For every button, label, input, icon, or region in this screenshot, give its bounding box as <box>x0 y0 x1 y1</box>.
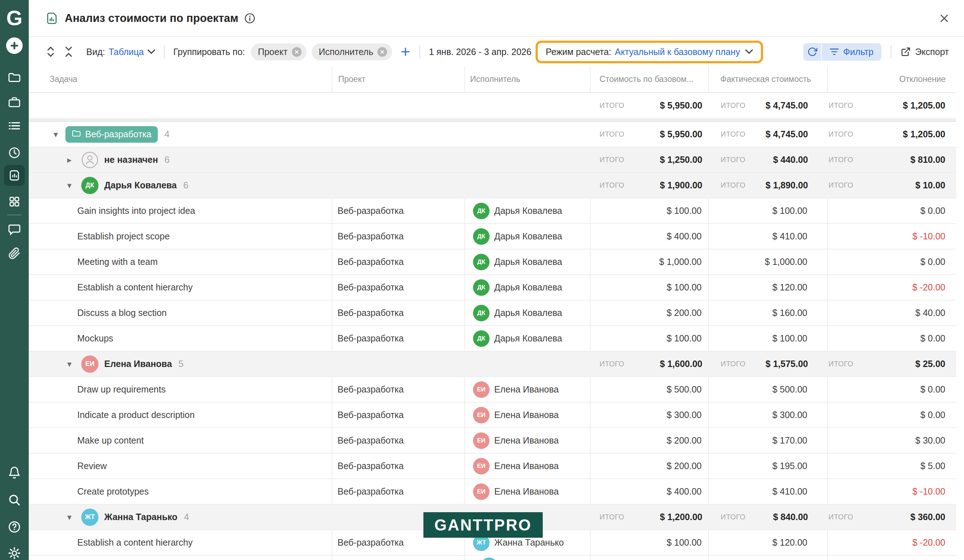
calc-mode-label: Режим расчета: <box>546 47 611 57</box>
table-body: ИТОГО$ 5,950.00ИТОГО$ 4,745.00ИТОГО$ 1,2… <box>29 93 956 560</box>
project-group-row[interactable]: ▾Веб-разработка4ИТОГО$ 5,950.00ИТОГО$ 4,… <box>29 122 956 147</box>
money-value: $ 160.00 <box>709 308 827 318</box>
dev-cell: ИТОГО$ 25.00 <box>828 352 956 376</box>
report-chart-icon <box>8 169 21 182</box>
caret-right-icon[interactable]: ▸ <box>65 156 74 164</box>
info-icon[interactable] <box>244 13 256 24</box>
calc-mode-dropdown[interactable]: Режим расчета: Актуальный к базовому пла… <box>536 41 763 63</box>
dev-cell: $ -20.00 <box>828 530 956 555</box>
task-row[interactable]: Indicate a product descriptionВеб-разраб… <box>29 402 956 428</box>
notifications-bell-icon[interactable] <box>0 466 29 480</box>
dev-cell: $ 5.00 <box>828 454 956 479</box>
column-header-baseline-cost[interactable]: Стоимость по базовом... <box>591 67 709 92</box>
project-name: Веб-разработка <box>337 257 404 267</box>
close-icon[interactable] <box>939 13 949 24</box>
avatar: ДК <box>473 228 490 245</box>
plus-icon <box>6 37 23 54</box>
task-row[interactable]: Create prototypesВеб-разработкаЕИЕлена И… <box>29 479 956 505</box>
actual-cell: $ 300.00 <box>709 402 828 427</box>
money-value: $ 1,000.00 <box>591 257 708 267</box>
portfolio-icon[interactable] <box>0 96 29 109</box>
add-grouping-icon[interactable] <box>400 46 411 57</box>
actual-cell: $ 1,000.00 <box>709 249 828 274</box>
time-log-icon[interactable] <box>0 147 29 159</box>
assignee-group-row[interactable]: ▸не назначен6ИТОГО$ 1,250.00ИТОГО$ 440.0… <box>29 147 956 173</box>
report-doc-icon <box>45 11 58 25</box>
add-button[interactable] <box>0 37 29 54</box>
expand-all-icon[interactable] <box>45 46 56 57</box>
column-header-assignee[interactable]: Исполнитель <box>465 67 591 92</box>
apps-grid-icon[interactable] <box>0 195 29 208</box>
base-cell: $ 200.00 <box>591 428 709 453</box>
column-header-task[interactable]: Задача <box>29 67 332 92</box>
base-cell: $ 300.00 <box>591 402 709 427</box>
dev-cell: $ 40.00 <box>828 301 956 325</box>
task-name: Meeting with a team <box>77 257 158 267</box>
collapse-all-icon[interactable] <box>63 46 74 57</box>
chip-assignee[interactable]: Исполнитель <box>312 44 392 60</box>
project-pill[interactable]: Веб-разработка <box>65 126 158 143</box>
money-value: $ 410.00 <box>709 486 827 497</box>
column-header-deviation[interactable]: Отклонение <box>828 67 956 92</box>
chevron-down-icon <box>745 49 753 54</box>
total-label: ИТОГО <box>599 156 624 164</box>
column-header-project[interactable]: Проект <box>332 67 465 92</box>
caret-down-icon[interactable]: ▾ <box>65 360 74 368</box>
remove-chip-icon[interactable] <box>292 47 301 57</box>
help-icon[interactable] <box>0 521 29 533</box>
project-name: Веб-разработка <box>337 384 404 395</box>
avatar <box>481 557 497 560</box>
remove-chip-icon[interactable] <box>378 47 387 57</box>
totals-separator <box>29 118 956 122</box>
ganttpro-logo[interactable]: G <box>0 8 29 28</box>
money-value: $ 1,000.00 <box>709 257 827 267</box>
total-label: ИТОГО <box>599 513 624 521</box>
actual-cell: ИТОГО$ 1,890.00 <box>709 173 828 198</box>
base-cell: ИТОГО$ 5,950.00 <box>591 122 709 147</box>
view-dropdown[interactable]: Вид: Таблица <box>86 47 155 57</box>
projects-folder-icon[interactable] <box>0 72 29 84</box>
task-row[interactable]: Draw up requirementsВеб-разработкаЕИЕлен… <box>29 377 956 402</box>
search-icon[interactable] <box>0 493 29 506</box>
export-button[interactable]: Экспорт <box>901 47 949 57</box>
task-row[interactable]: Gain insights into project ideaВеб-разра… <box>29 199 956 224</box>
assignee-group-row[interactable]: ▾ЕИЕлена Иванова5ИТОГО$ 1,600.00ИТОГО$ 1… <box>29 352 956 377</box>
reports-active-item[interactable] <box>0 165 29 186</box>
comments-icon[interactable] <box>0 224 29 235</box>
base-cell: $ 100.00 <box>591 275 709 300</box>
caret-down-icon[interactable]: ▾ <box>65 181 74 190</box>
chip-project[interactable]: Проект <box>251 44 306 60</box>
caret-down-icon[interactable]: ▾ <box>65 513 74 521</box>
cost-table: Задача Проект Исполнитель Стоимость по б… <box>29 67 956 560</box>
avatar: ЕИ <box>473 432 490 449</box>
total-label: ИТОГО <box>721 360 746 368</box>
settings-gear-icon[interactable] <box>0 547 29 560</box>
base-cell: ИТОГО$ 1,250.00 <box>591 147 709 172</box>
dev-cell: ИТОГО$ 1,205.00 <box>828 93 956 118</box>
task-list-icon[interactable] <box>0 120 29 131</box>
sidebar-divider <box>7 215 21 215</box>
task-row[interactable]: MockupsВеб-разработкаДКДарья Ковалева$ 1… <box>29 326 956 352</box>
column-header-actual-cost[interactable]: Фактическая стоимость <box>709 67 828 92</box>
task-row[interactable]: Discuss a blog sectionВеб-разработкаДКДа… <box>29 301 956 326</box>
task-row[interactable]: Establish project scopeВеб-разработкаДКД… <box>29 224 956 249</box>
attachments-icon[interactable] <box>0 247 29 259</box>
task-row[interactable]: Establish a content hierarchyВеб-разрабо… <box>29 275 956 301</box>
task-row[interactable]: ReviewВеб-разработкаЕИЕлена Иванова$ 200… <box>29 454 956 479</box>
task-row[interactable]: Make up contentВеб-разработкаЕИЕлена Ива… <box>29 428 956 454</box>
refresh-button[interactable] <box>803 43 821 61</box>
filter-button[interactable]: Фильтр <box>822 43 881 61</box>
total-label: ИТОГО <box>829 156 853 164</box>
task-row[interactable]: Meeting with a teamВеб-разработкаДКДарья… <box>29 249 956 275</box>
caret-down-icon[interactable]: ▾ <box>51 130 60 139</box>
avatar: ДК <box>473 305 490 321</box>
money-value: $ 400.00 <box>591 231 708 241</box>
assignee-group-row[interactable]: ▾ДКДарья Ковалева6ИТОГО$ 1,900.00ИТОГО$ … <box>29 173 956 199</box>
base-cell: $ 100.00 <box>591 326 709 351</box>
total-label: ИТОГО <box>829 101 853 110</box>
avatar: ЕИ <box>473 381 490 398</box>
assignee-name: Елена Иванова <box>494 461 559 471</box>
date-range[interactable]: 1 янв. 2026 - 3 апр. 2026 <box>429 47 531 57</box>
avatar: ДК <box>473 279 490 296</box>
actual-cell: $ 195.00 <box>709 454 828 479</box>
